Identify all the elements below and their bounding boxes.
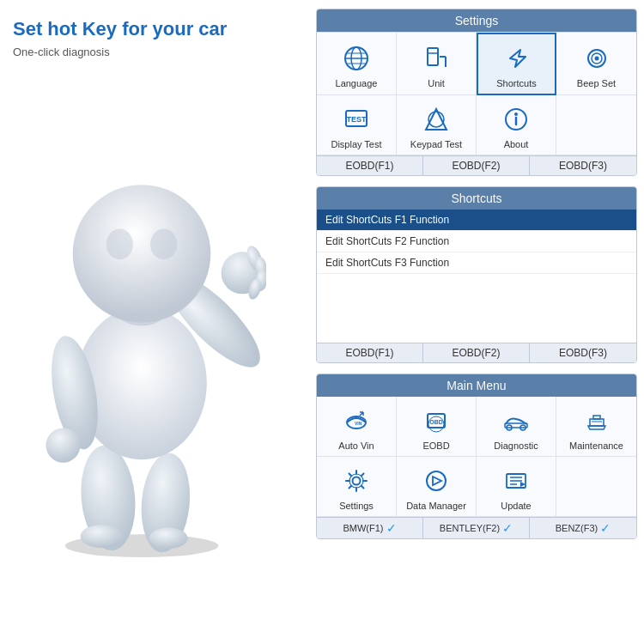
settings-empty [556, 95, 636, 155]
empty2-icon [580, 469, 614, 503]
settings-unit[interactable]: Unit [397, 33, 477, 95]
hero-title: Set hot Key for your car [13, 17, 227, 42]
autovin-icon: VIN [339, 404, 374, 438]
svg-rect-23 [428, 48, 438, 65]
settings-beep[interactable]: Beep Set [556, 33, 636, 95]
keypad-icon [419, 102, 453, 137]
main-menu-footer: BMW(F1) ✓ BENTLEY(F2) ✓ BENZ(F3) ✓ [317, 517, 636, 538]
settings-menu-icon [339, 464, 374, 498]
shortcut-f2[interactable]: Edit ShortCuts F2 Function [317, 231, 636, 252]
hero-subtitle: One-click diagnosis [13, 46, 110, 58]
shortcuts-spacer [317, 274, 636, 343]
svg-point-36 [514, 112, 518, 116]
svg-point-15 [73, 185, 211, 323]
svg-text:TEST: TEST [346, 115, 367, 124]
shortcuts-list: Edit ShortCuts F1 Function Edit ShortCut… [317, 210, 636, 274]
svg-point-5 [76, 306, 207, 459]
beep-icon [580, 41, 614, 76]
settings-menu-label: Settings [339, 501, 374, 511]
datamanager-label: Data Manager [406, 501, 466, 511]
update-label: Update [501, 501, 531, 511]
language-label: Language [336, 78, 378, 88]
unit-icon [419, 41, 453, 76]
datamanager-icon [419, 464, 453, 498]
about-icon [499, 102, 533, 137]
mm-f1-check: ✓ [386, 521, 397, 535]
left-panel: Set hot Key for your car One-click diagn… [0, 0, 309, 644]
settings-header: Settings [317, 9, 636, 32]
sc-footer-f1: EOBD(F1) [317, 343, 423, 362]
menu-empty [556, 457, 636, 517]
keypad-label: Keypad Test [410, 139, 462, 149]
sc-footer-f2: EOBD(F2) [423, 343, 530, 362]
mm-footer-f3: BENZ(F3) ✓ [530, 518, 636, 538]
footer-f1: EOBD(F1) [317, 156, 423, 175]
svg-marker-51 [433, 477, 441, 485]
mm-footer-f1: BMW(F1) ✓ [317, 518, 423, 538]
svg-point-49 [349, 474, 363, 488]
main-menu-panel: Main Menu VIN Auto Vin [316, 374, 637, 539]
footer-f3: EOBD(F3) [530, 156, 636, 175]
shortcut-f3[interactable]: Edit ShortCuts F3 Function [317, 252, 636, 274]
svg-rect-46 [593, 416, 600, 419]
settings-keypad[interactable]: Keypad Test [397, 95, 477, 155]
svg-point-3 [81, 525, 123, 548]
settings-panel: Settings Language [316, 9, 637, 176]
eobd-label: EOBD [422, 440, 449, 451]
svg-point-17 [150, 228, 177, 259]
main-menu-row1: VIN Auto Vin OBD EOBD [317, 397, 636, 457]
menu-settings[interactable]: Settings [317, 457, 397, 517]
maintenance-label: Maintenance [569, 440, 623, 451]
settings-shortcuts[interactable]: Shortcuts [477, 33, 556, 95]
display-label: Display Test [331, 139, 381, 149]
svg-text:OBD: OBD [429, 419, 443, 425]
about-label: About [504, 139, 529, 149]
mm-f3-check: ✓ [600, 521, 611, 535]
language-icon [339, 41, 374, 76]
svg-text:VIN: VIN [355, 421, 362, 426]
mm-f2-check: ✓ [502, 521, 513, 535]
right-panel: Settings Language [309, 0, 644, 644]
svg-marker-56 [520, 482, 526, 487]
main-menu-row2: Settings Data Manager [317, 457, 636, 517]
unit-label: Unit [428, 78, 445, 88]
menu-diagnostic[interactable]: Diagnostic [477, 397, 556, 457]
menu-update[interactable]: Update [477, 457, 556, 517]
autovin-label: Auto Vin [338, 440, 374, 451]
svg-point-13 [46, 428, 80, 462]
settings-row2: TEST Display Test Keypad Test [317, 95, 636, 155]
display-icon: TEST [339, 102, 374, 137]
shortcuts-panel: Shortcuts Edit ShortCuts F1 Function Edi… [316, 186, 637, 363]
settings-language[interactable]: Language [317, 33, 397, 95]
svg-point-48 [353, 477, 361, 485]
shortcut-f1[interactable]: Edit ShortCuts F1 Function [317, 210, 636, 231]
mm-f1-label: BMW(F1) [343, 523, 383, 533]
empty-icon [580, 107, 614, 142]
eobd-icon: OBD [419, 404, 453, 438]
settings-row1: Language Unit [317, 32, 636, 95]
shortcuts-icon [500, 41, 534, 76]
diagnostic-label: Diagnostic [494, 440, 538, 451]
menu-datamanager[interactable]: Data Manager [397, 457, 477, 517]
shortcuts-panel-header: Shortcuts [317, 187, 636, 210]
settings-about[interactable]: About [477, 95, 556, 155]
menu-eobd[interactable]: OBD EOBD [397, 397, 477, 457]
maintenance-icon [580, 404, 614, 438]
mm-f2-label: BENTLEY(F2) [440, 523, 500, 533]
svg-point-4 [149, 527, 188, 549]
settings-display[interactable]: TEST Display Test [317, 95, 397, 155]
svg-point-16 [106, 228, 133, 259]
robot-figure [13, 67, 270, 565]
menu-maintenance[interactable]: Maintenance [556, 397, 636, 457]
mm-footer-f2: BENTLEY(F2) ✓ [423, 518, 530, 538]
svg-rect-45 [590, 419, 604, 426]
update-icon [499, 464, 533, 498]
shortcuts-label: Shortcuts [496, 78, 536, 88]
mm-f3-label: BENZ(F3) [556, 523, 598, 533]
settings-footer: EOBD(F1) EOBD(F2) EOBD(F3) [317, 155, 636, 175]
diagnostic-icon [499, 404, 533, 438]
beep-label: Beep Set [577, 78, 616, 88]
footer-f2: EOBD(F2) [423, 156, 530, 175]
menu-autovin[interactable]: VIN Auto Vin [317, 397, 397, 457]
svg-point-29 [594, 56, 598, 60]
